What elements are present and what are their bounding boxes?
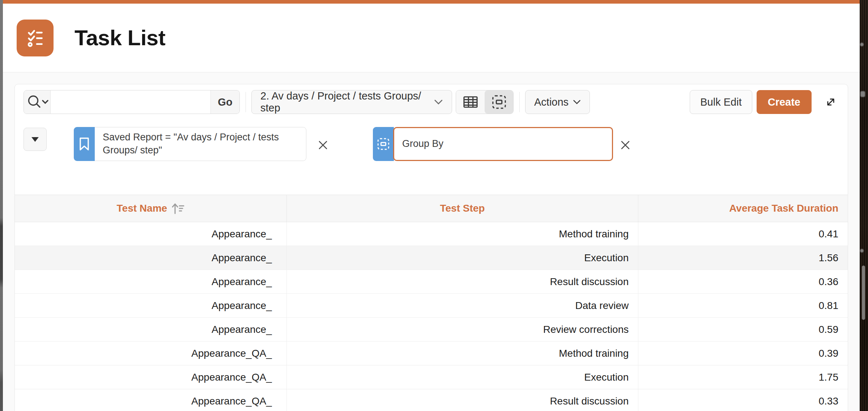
- accent-top-bar: [1, 0, 860, 4]
- create-button[interactable]: Create: [757, 90, 812, 114]
- group-by-view-button[interactable]: [485, 90, 513, 114]
- filter-toggle-button[interactable]: [24, 128, 47, 151]
- filter-chip-row: Saved Report = "Av days / Project / test…: [24, 127, 839, 162]
- scrollbar-thumb[interactable]: [862, 266, 865, 320]
- table-row: Appearance_QA_ Result discussion 0.33: [15, 389, 848, 411]
- bulk-edit-button[interactable]: Bulk Edit: [690, 90, 752, 114]
- expand-arrows-icon: [824, 95, 838, 109]
- cell-average-task-duration: 0.36: [638, 270, 848, 293]
- table-row: Appearance_ Review corrections 0.59: [15, 318, 848, 342]
- cell-test-step: Result discussion: [287, 389, 639, 411]
- group-by-icon: [492, 94, 507, 110]
- page-body: Go 2. Av days / Project / tests Groups/ …: [3, 73, 860, 411]
- cell-test-name: Appearance_: [15, 222, 287, 246]
- toolbar-divider: [246, 92, 246, 112]
- page-title: Task List: [75, 25, 165, 50]
- window-left-edge: [0, 0, 3, 411]
- view-toggle-group: [456, 90, 514, 114]
- actions-menu-button[interactable]: Actions: [525, 90, 590, 114]
- app-header: Task List: [3, 4, 860, 72]
- search-input[interactable]: [51, 90, 210, 114]
- search-bar: Go: [24, 90, 240, 114]
- cell-test-step: Method training: [287, 222, 639, 246]
- column-header-test-name[interactable]: Test Name: [15, 195, 287, 222]
- group-by-chip[interactable]: Group By: [373, 127, 613, 161]
- bookmark-icon: [74, 127, 95, 161]
- cell-average-task-duration: 0.59: [638, 318, 848, 341]
- wallpaper-speck: [860, 91, 865, 97]
- group-by-chip-label[interactable]: Group By: [393, 127, 613, 161]
- table-row: Appearance_QA_ Execution 1.75: [15, 365, 848, 389]
- saved-report-chip-label[interactable]: Saved Report = "Av days / Project / test…: [95, 127, 306, 161]
- wallpaper-speck: [860, 43, 864, 46]
- cell-average-task-duration: 0.41: [638, 222, 848, 246]
- actions-label: Actions: [534, 96, 569, 108]
- table-row: Appearance_QA_ Method training 0.39: [15, 342, 848, 365]
- cell-test-name: Appearance_: [15, 246, 287, 270]
- cell-average-task-duration: 0.81: [638, 294, 848, 317]
- cell-test-name: Appearance_: [15, 318, 287, 341]
- chevron-down-icon: [43, 101, 48, 103]
- remove-saved-report-chip-button[interactable]: [315, 137, 331, 153]
- cell-test-step: Data review: [287, 294, 639, 317]
- table-row: Appearance_ Method training 0.41: [15, 222, 848, 246]
- search-options-button[interactable]: [24, 90, 51, 114]
- wallpaper-speck: [860, 249, 864, 253]
- table-body: Appearance_ Method training 0.41 Appeara…: [15, 222, 848, 411]
- remove-group-by-chip-button[interactable]: [617, 137, 633, 153]
- go-button[interactable]: Go: [210, 90, 239, 114]
- report-toolbar: Go 2. Av days / Project / tests Groups/ …: [24, 90, 839, 114]
- cell-average-task-duration: 1.75: [638, 365, 848, 389]
- column-header-average-task-duration[interactable]: Average Task Duration: [638, 195, 848, 222]
- saved-report-chip[interactable]: Saved Report = "Av days / Project / test…: [74, 127, 306, 161]
- cell-test-step: Execution: [287, 246, 639, 270]
- cell-test-name: Appearance_QA_: [15, 365, 287, 389]
- report-view-button[interactable]: [456, 90, 485, 114]
- maximize-button[interactable]: [822, 94, 839, 110]
- task-list-icon: [17, 20, 54, 56]
- table-row: Appearance_ Execution 1.56: [15, 246, 848, 270]
- saved-report-select-value: 2. Av days / Project / tests Groups/ ste…: [260, 90, 434, 114]
- close-icon: [620, 140, 630, 150]
- table-row: Appearance_ Result discussion 0.36: [15, 270, 848, 294]
- group-by-icon: [373, 127, 394, 161]
- cell-average-task-duration: 0.33: [638, 389, 848, 411]
- cell-test-name: Appearance_: [15, 270, 287, 293]
- triangle-down-icon: [31, 136, 39, 142]
- cell-test-name: Appearance_: [15, 294, 287, 317]
- interactive-report-table: Test Name Test Step A: [15, 195, 848, 411]
- desktop-background-strip: [860, 0, 868, 411]
- chevron-down-icon: [434, 99, 443, 105]
- cell-average-task-duration: 1.56: [638, 246, 848, 270]
- close-icon: [318, 140, 328, 150]
- toolbar-divider: [519, 92, 520, 112]
- cell-test-step: Review corrections: [287, 318, 639, 341]
- report-region: Go 2. Av days / Project / tests Groups/ …: [14, 84, 848, 411]
- cell-test-step: Result discussion: [287, 270, 639, 293]
- cell-test-step: Method training: [287, 342, 639, 365]
- table-row: Appearance_ Data review 0.81: [15, 294, 848, 318]
- table-grid-icon: [463, 95, 478, 109]
- column-header-test-step[interactable]: Test Step: [287, 195, 639, 222]
- cell-average-task-duration: 0.39: [638, 342, 848, 365]
- cell-test-name: Appearance_QA_: [15, 342, 287, 365]
- cell-test-name: Appearance_QA_: [15, 389, 287, 411]
- saved-report-select[interactable]: 2. Av days / Project / tests Groups/ ste…: [251, 90, 452, 114]
- chevron-down-icon: [573, 99, 581, 105]
- cell-test-step: Execution: [287, 365, 639, 389]
- sort-ascending-icon: [171, 202, 184, 215]
- table-header-row: Test Name Test Step A: [15, 195, 848, 222]
